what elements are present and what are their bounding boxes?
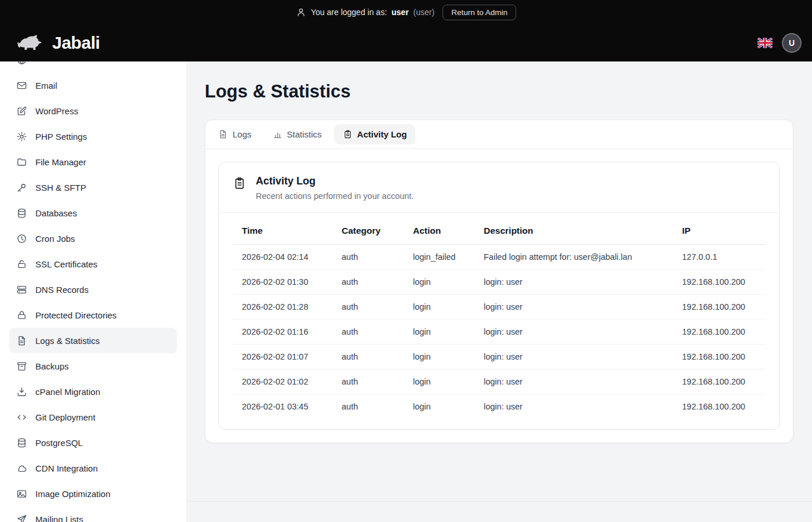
sidebar-item-git-deployment[interactable]: Git Deployment	[9, 404, 177, 430]
cell-action: login_failed	[404, 245, 474, 270]
column-header-ip: IP	[673, 217, 766, 245]
cell-action: login	[404, 270, 474, 295]
activity-log-subtitle: Recent actions performed in your account…	[256, 191, 414, 201]
table-row: 2026-02-02 01:16authloginlogin: user192.…	[233, 320, 766, 345]
cell-action: login	[404, 295, 474, 320]
cell-ip: 127.0.0.1	[673, 245, 766, 270]
tab-label: Activity Log	[357, 129, 407, 139]
return-to-admin-button[interactable]: Return to Admin	[443, 5, 516, 20]
sidebar-item-ssl-certificates[interactable]: SSL Certificates	[9, 251, 177, 277]
sidebar-item-label: WordPress	[35, 106, 78, 116]
sidebar-item-label: Protected Directories	[35, 310, 117, 320]
sidebar-item-label: CDN Integration	[35, 463, 98, 473]
column-header-time: Time	[233, 217, 332, 245]
cell-action: login	[404, 320, 474, 345]
cloud-icon	[16, 463, 27, 474]
cell-category: auth	[332, 345, 404, 369]
sidebar-item-label: cPanel Migration	[35, 387, 100, 397]
cell-description: login: user	[474, 345, 673, 369]
tab-activity-log[interactable]: Activity Log	[334, 124, 416, 144]
cell-time: 2026-02-01 03:45	[233, 394, 332, 419]
cell-action: login	[404, 345, 474, 369]
impersonation-bar: You are logged in as: user (user) Return…	[0, 0, 812, 24]
sidebar-item-label: File Manager	[35, 157, 86, 167]
clipboard-icon	[233, 176, 246, 190]
column-header-category: Category	[332, 217, 404, 245]
activity-log-table: TimeCategoryActionDescriptionIP 2026-02-…	[233, 217, 766, 419]
sidebar-item-cron-jobs[interactable]: Cron Jobs	[9, 226, 177, 251]
column-header-action: Action	[404, 217, 474, 245]
sidebar-item-ssh-sftp[interactable]: SSH & SFTP	[9, 175, 177, 200]
login-as-text: You are logged in as:	[311, 8, 387, 17]
cell-action: login	[404, 369, 474, 394]
cell-ip: 192.168.100.200	[673, 320, 766, 345]
cell-ip: 192.168.100.200	[673, 270, 766, 295]
server-icon	[16, 284, 27, 295]
cell-action: login	[404, 394, 474, 419]
tab-statistics[interactable]: Statistics	[264, 124, 331, 144]
document-icon	[16, 335, 27, 346]
sidebar-item-label: DNS Records	[35, 285, 89, 295]
login-as-role: (user)	[414, 8, 435, 17]
sidebar-item-email[interactable]: Email	[9, 72, 177, 98]
sidebar-item-label: Logs & Statistics	[35, 336, 100, 346]
sidebar-item-cpanel-migration[interactable]: cPanel Migration	[9, 379, 177, 404]
tab-label: Logs	[233, 129, 252, 139]
cell-category: auth	[332, 295, 404, 320]
sidebar-item-wordpress[interactable]: WordPress	[9, 98, 177, 124]
sidebar-item-cdn-integration[interactable]: CDN Integration	[9, 455, 177, 481]
sidebar-item-image-optimization[interactable]: Image Optimization	[9, 481, 177, 506]
sidebar-item-databases[interactable]: Databases	[9, 200, 177, 226]
table-header-row: TimeCategoryActionDescriptionIP	[233, 217, 766, 245]
sidebar-item-label: PHP Settings	[35, 132, 87, 142]
cell-description: login: user	[474, 295, 673, 320]
brand-logo[interactable]: Jabali	[15, 32, 100, 54]
paper-plane-icon	[16, 514, 27, 522]
sidebar-item-mailing-lists[interactable]: Mailing Lists	[9, 506, 177, 522]
cell-description: Failed login attempt for: user@jabali.la…	[474, 245, 673, 270]
sidebar-item-php-settings[interactable]: PHP Settings	[9, 124, 177, 149]
document-icon	[218, 129, 228, 139]
sidebar-item-file-manager[interactable]: File Manager	[9, 149, 177, 175]
user-icon	[296, 7, 306, 17]
sidebar-item-partial[interactable]	[9, 61, 177, 72]
sidebar-item-protected-directories[interactable]: Protected Directories	[9, 302, 177, 328]
page-title: Logs & Statistics	[205, 81, 793, 102]
tab-label: Statistics	[287, 129, 322, 139]
sidebar: EmailWordPressPHP SettingsFile ManagerSS…	[0, 61, 186, 522]
cell-time: 2026-02-04 02:14	[233, 245, 332, 270]
user-avatar[interactable]: U	[782, 33, 802, 53]
folder-icon	[16, 157, 27, 168]
sidebar-item-label: Databases	[35, 208, 77, 218]
lock-open-icon	[16, 259, 27, 270]
cell-time: 2026-02-02 01:02	[233, 369, 332, 394]
cell-time: 2026-02-02 01:30	[233, 270, 332, 295]
lock-icon	[16, 310, 27, 321]
sidebar-item-label: SSL Certificates	[35, 259, 97, 269]
uk-flag-icon	[757, 38, 773, 48]
table-row: 2026-02-02 01:30authloginlogin: user192.…	[233, 270, 766, 295]
footer-divider	[186, 501, 812, 510]
table-body: 2026-02-04 02:14authlogin_failedFailed l…	[233, 245, 766, 419]
image-icon	[16, 488, 27, 499]
cell-ip: 192.168.100.200	[673, 295, 766, 320]
sidebar-item-label: Image Optimization	[35, 489, 110, 499]
language-flag-button[interactable]	[757, 38, 773, 48]
archive-icon	[16, 361, 27, 372]
cell-category: auth	[332, 369, 404, 394]
cell-category: auth	[332, 394, 404, 419]
sidebar-item-postgresql[interactable]: PostgreSQL	[9, 430, 177, 455]
table-row: 2026-02-01 03:45authloginlogin: user192.…	[233, 394, 766, 419]
tab-logs[interactable]: Logs	[209, 124, 260, 144]
app-header: Jabali U	[0, 24, 812, 61]
avatar-initial: U	[789, 38, 795, 48]
gear-icon	[16, 131, 27, 142]
clipboard-icon	[343, 129, 353, 139]
cell-category: auth	[332, 245, 404, 270]
cell-description: login: user	[474, 320, 673, 345]
sidebar-item-logs-statistics[interactable]: Logs & Statistics	[9, 328, 177, 353]
jabali-boar-icon	[15, 32, 46, 54]
sidebar-item-backups[interactable]: Backups	[9, 353, 177, 379]
sidebar-item-dns-records[interactable]: DNS Records	[9, 277, 177, 302]
tab-bar: LogsStatisticsActivity Log	[205, 120, 793, 149]
